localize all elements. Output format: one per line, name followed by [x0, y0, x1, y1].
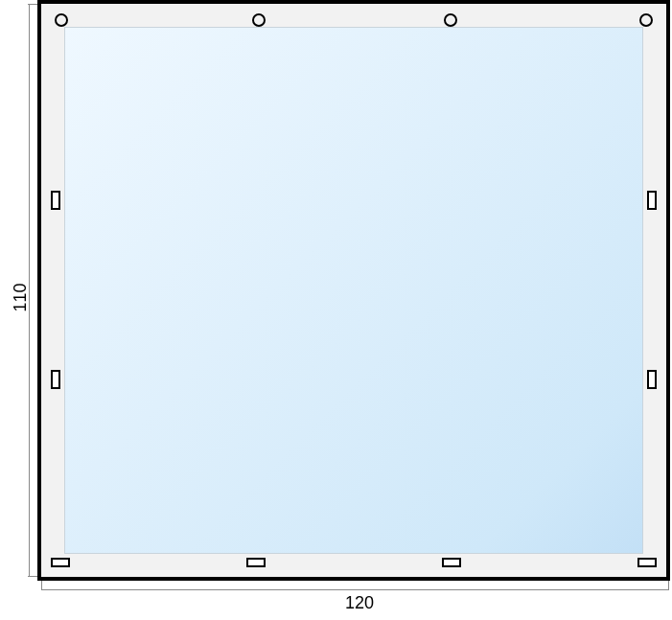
eyelet-slot-icon — [647, 370, 657, 389]
eyelet-slot-icon — [442, 558, 461, 567]
height-dimension-label: 110 — [11, 283, 31, 311]
dimension-line — [41, 589, 669, 590]
eyelet-ring-icon — [252, 13, 266, 27]
eyelet-slot-icon — [51, 558, 70, 567]
eyelet-ring-icon — [444, 13, 457, 27]
eyelet-slot-icon — [51, 370, 60, 389]
tarp-frame — [37, 0, 670, 581]
eyelet-ring-icon — [639, 13, 653, 27]
eyelet-slot-icon — [647, 191, 657, 210]
tarp-diagram: 110 120 — [0, 0, 672, 620]
eyelet-slot-icon — [637, 558, 657, 567]
eyelet-ring-icon — [55, 13, 68, 27]
eyelet-slot-icon — [51, 191, 60, 210]
width-dimension-label: 120 — [345, 593, 374, 613]
eyelet-slot-icon — [246, 558, 266, 567]
tarp-panel — [64, 27, 643, 554]
